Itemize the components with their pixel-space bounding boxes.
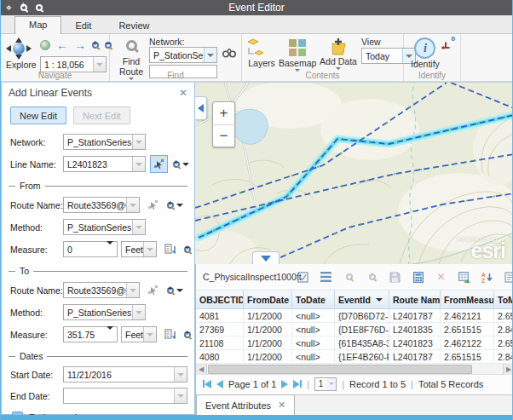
table-cell: 1/1/2000: [244, 337, 292, 349]
panel-close-icon[interactable]: ✕: [179, 87, 187, 99]
find-route-icon: [126, 40, 137, 51]
line-name-combo[interactable]: L2401823: [63, 156, 146, 172]
table-cell: {61B435A8-3: [335, 337, 389, 349]
to-route-name-combo[interactable]: Route33569@Cent: [63, 282, 140, 298]
basemap-button[interactable]: Basemap: [279, 37, 316, 72]
table-row[interactable]: 273691/1/2000<null>{D1E8F76D-FL24018352.…: [196, 323, 513, 337]
from-select-route-on-map-button[interactable]: [144, 196, 162, 214]
map-view[interactable]: + − POWERED BY ● esri: [195, 82, 513, 264]
identify-button[interactable]: i Identify: [411, 37, 440, 69]
scroll-right-arrow[interactable]: ▶: [503, 364, 513, 375]
to-route-zoom-menu-button[interactable]: +: [167, 287, 183, 294]
to-measure-unit-combo[interactable]: Feet: [121, 326, 157, 342]
attribute-window-icon[interactable]: [504, 270, 513, 284]
column-header[interactable]: FromDate: [244, 291, 292, 308]
network-combo[interactable]: P_StationSeries: [149, 47, 217, 63]
from-measure-value: 0: [64, 245, 107, 255]
column-header[interactable]: FromMeasure: [441, 291, 494, 308]
next-extent-icon[interactable]: →: [74, 39, 86, 51]
page-select-combo[interactable]: 1: [314, 377, 337, 391]
zoom-to-line-icon: +: [173, 161, 180, 168]
layers-button[interactable]: Layers: [246, 37, 277, 68]
add-data-button[interactable]: Add Data: [319, 37, 358, 70]
save-icon[interactable]: [389, 270, 401, 284]
panel-network-combo[interactable]: P_StationSeries: [63, 134, 146, 150]
to-pick-measure-button[interactable]: [161, 325, 179, 343]
from-measure-zoom-button[interactable]: +: [184, 246, 191, 253]
column-header-sorted[interactable]: EventId: [335, 291, 389, 308]
from-route-name-combo[interactable]: Route33569@Cent: [63, 197, 140, 213]
to-measure-label: Measure:: [10, 330, 63, 340]
show-selected-records-icon[interactable]: [320, 270, 332, 284]
chevron-down-icon: [176, 289, 183, 292]
pan-to-selection-icon[interactable]: +: [366, 270, 378, 284]
tab-event-attributes[interactable]: Event Attributes ✕: [196, 394, 295, 415]
to-select-route-on-map-button[interactable]: [144, 281, 162, 299]
map-zoom-out-button[interactable]: −: [213, 124, 234, 147]
sort-icon[interactable]: AZ: [481, 270, 493, 284]
tab-review[interactable]: Review: [105, 18, 163, 33]
column-header[interactable]: Route Name: [389, 291, 441, 308]
collapse-left-icon: [198, 104, 204, 112]
zoom-to-route-icon: +: [167, 287, 174, 294]
end-date-combo[interactable]: [63, 388, 187, 404]
table-pagination: Page 1 of 1 | 1 | Record 1 to 5 | Total …: [196, 375, 513, 393]
to-method-combo[interactable]: P_StationSeries: [63, 304, 146, 320]
delete-record-icon[interactable]: ✕: [435, 270, 447, 284]
tab-edit[interactable]: Edit: [61, 18, 105, 33]
map-zoom-in-button[interactable]: +: [213, 102, 234, 124]
ribbon-group-navigate: Explore ← → + – 1 : 18,056 Navigate: [1, 34, 110, 81]
previous-page-button[interactable]: [216, 380, 223, 388]
to-route-name-value: Route33569@Cent: [64, 285, 126, 296]
table-row[interactable]: 211081/1/2000<null>{61B435A8-3L24018232.…: [196, 337, 513, 350]
table-row[interactable]: 40801/1/2000<null>{1EF4B260-F0L24017872.…: [196, 350, 513, 364]
select-line-on-map-button[interactable]: [150, 155, 168, 173]
to-measure-combo[interactable]: 351.75: [63, 326, 118, 342]
zoom-to-selection-icon[interactable]: [343, 270, 355, 284]
from-route-zoom-menu-button[interactable]: +: [167, 202, 183, 209]
full-extent-icon[interactable]: [40, 40, 50, 50]
event-attributes-label: Event Attributes: [205, 400, 271, 411]
column-header[interactable]: OBJECTID: [196, 291, 244, 308]
scrollbar-thumb[interactable]: [208, 365, 472, 374]
select-records-icon[interactable]: [297, 270, 309, 284]
first-page-button[interactable]: [203, 380, 211, 388]
ribbon-group-identify: i Identify 0 Identify: [404, 34, 461, 81]
scroll-left-arrow[interactable]: ◀: [196, 364, 207, 375]
line-zoom-menu-button[interactable]: +: [173, 161, 189, 168]
previous-extent-icon[interactable]: ←: [56, 39, 68, 51]
to-measure-zoom-button[interactable]: +: [184, 331, 191, 338]
field-calculator-icon[interactable]: [412, 270, 424, 284]
last-page-button[interactable]: [293, 380, 302, 388]
from-pick-measure-button[interactable]: [161, 240, 179, 258]
layers-icon: [246, 37, 267, 58]
from-measure-unit-combo[interactable]: Feet: [121, 241, 157, 257]
close-tab-icon[interactable]: ✕: [278, 400, 285, 411]
esri-attribution: POWERED BY ● esri: [457, 237, 505, 259]
identify-results-icon[interactable]: 0: [441, 39, 452, 49]
table-toolbar: C_PhysicalInspect1000ft + ✕: [196, 264, 513, 291]
from-measure-combo[interactable]: 0: [63, 241, 118, 257]
column-header[interactable]: ToMea: [494, 291, 513, 308]
to-section-divider: To: [9, 266, 187, 276]
table-cell: 27369: [196, 323, 244, 336]
tab-map[interactable]: Map: [14, 16, 61, 34]
next-edit-button[interactable]: Next Edit: [73, 106, 130, 124]
table-row[interactable]: 40811/1/2000<null>{D70B6D72-3L24017872.4…: [196, 309, 513, 323]
from-method-combo[interactable]: P_StationSeries: [63, 219, 146, 235]
start-date-combo[interactable]: 11/21/2016: [63, 366, 187, 383]
switch-table-icon[interactable]: [458, 270, 470, 284]
column-header[interactable]: ToDate: [292, 291, 335, 308]
fixed-zoom-in-icon[interactable]: +: [92, 40, 99, 50]
table-cell: L2401787: [389, 309, 441, 322]
line-name-label: Line Name:: [10, 159, 63, 170]
new-edit-button[interactable]: New Edit: [10, 106, 66, 124]
horizontal-scrollbar[interactable]: ◀ ▶: [196, 364, 513, 375]
collapse-table-button[interactable]: [252, 251, 280, 264]
select-arrow-icon: [147, 285, 159, 296]
map-scale-value: 1 : 18,056: [41, 60, 93, 70]
binoculars-icon[interactable]: [222, 49, 236, 58]
collapse-panel-button[interactable]: [195, 96, 207, 120]
next-page-button[interactable]: [281, 380, 288, 388]
explore-button[interactable]: Explore: [6, 37, 37, 70]
